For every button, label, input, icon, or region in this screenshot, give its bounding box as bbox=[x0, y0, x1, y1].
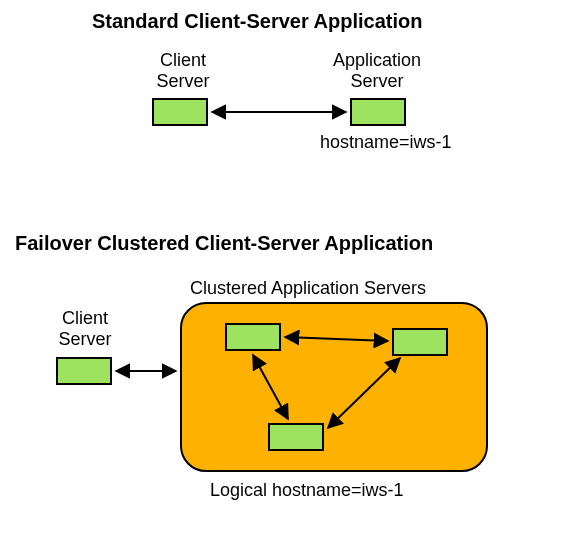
diagram2-client-node bbox=[56, 357, 112, 385]
diagram1-hostname: hostname=iws-1 bbox=[320, 132, 452, 153]
cluster-node-bottom bbox=[268, 423, 324, 451]
diagram1-appserver-node bbox=[350, 98, 406, 126]
cluster-node-top-left bbox=[225, 323, 281, 351]
text: Application bbox=[333, 50, 421, 70]
cluster-node-top-right bbox=[392, 328, 448, 356]
text: Client bbox=[62, 308, 108, 328]
diagram1-client-label: Client Server bbox=[143, 50, 223, 91]
diagram2-logical-hostname: Logical hostname=iws-1 bbox=[210, 480, 404, 501]
text: Client bbox=[160, 50, 206, 70]
diagram2-cluster-label: Clustered Application Servers bbox=[190, 278, 426, 299]
diagram2-title: Failover Clustered Client-Server Applica… bbox=[15, 232, 433, 255]
text: Server bbox=[58, 329, 111, 349]
text: Server bbox=[350, 71, 403, 91]
diagram1-client-node bbox=[152, 98, 208, 126]
diagram1-title: Standard Client-Server Application bbox=[92, 10, 422, 33]
diagram2-client-label: Client Server bbox=[45, 308, 125, 349]
text: Server bbox=[156, 71, 209, 91]
diagram1-appserver-label: Application Server bbox=[322, 50, 432, 91]
